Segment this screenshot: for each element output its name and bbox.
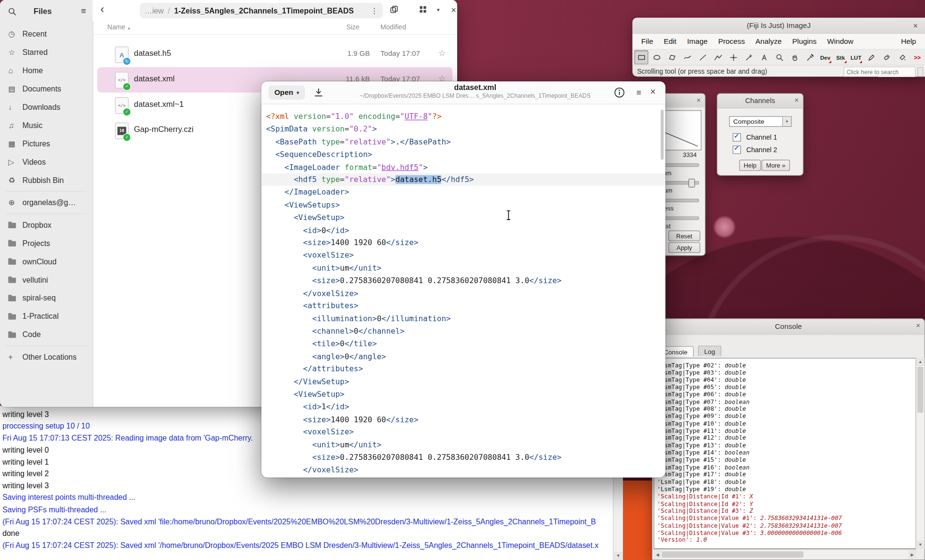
sidebar-item-dropbox[interactable]: Dropbox [0,216,92,234]
wand-tool[interactable] [741,50,755,64]
close-icon[interactable]: × [916,319,921,332]
column-name[interactable]: Name▴ [107,24,130,31]
tab-log[interactable]: Log [698,346,721,356]
sidebar-item-other-locations[interactable]: +Other Locations [0,348,92,366]
code-area[interactable]: <?xml version="1.0" encoding="UTF-8"?><S… [261,104,665,478]
menu-help[interactable]: Help [896,34,922,49]
hamburger-menu-icon[interactable]: ≡ [81,6,86,16]
color-picker-tool[interactable] [803,50,817,64]
channels-titlebar[interactable]: Channels × [717,94,803,109]
channel-1-row[interactable]: ✓ Channel 1 [733,133,777,143]
console-horizontal-scrollbar[interactable]: ◀ ▶ [654,549,916,560]
sort-options-caret-icon[interactable]: ▾ [433,5,444,15]
file-row-dataset-h5[interactable]: A↻dataset.h51.9 GBToday 17:07☆ [97,42,452,67]
stk-menu-tool[interactable]: Stk [833,50,847,64]
line-tool[interactable] [696,50,710,64]
sidebar-item-recent[interactable]: ◷Recent [0,25,92,43]
close-icon[interactable]: × [650,86,655,98]
sidebar-item-home[interactable]: ⌂Home [0,61,92,79]
search-icon[interactable] [8,7,17,17]
editor-scrollbar-thumb[interactable] [661,110,663,160]
back-button[interactable]: ‹ [100,2,104,16]
editor-headerbar[interactable]: Open ▾ dataset.xml ~/Dropbox/Events/2025… [261,81,665,104]
console-vertical-scrollbar[interactable]: ▲ ▼ [915,358,924,549]
sidebar-item-rubbish-bin[interactable]: ♻Rubbish Bin [0,171,92,189]
sidebar-item-1-practical[interactable]: 1-Practical [0,307,92,326]
background-orange-window[interactable] [623,481,652,560]
close-window-icon[interactable]: × [449,5,457,15]
more-button[interactable]: More » [762,160,790,171]
pencil-tool[interactable] [864,50,878,64]
sidebar-item-music[interactable]: ♫Music [0,116,92,134]
point-tool[interactable] [726,50,740,64]
rectangle-tool[interactable] [634,50,648,64]
channel-2-checkbox[interactable]: ✓ [733,145,741,154]
menu-edit[interactable]: Edit [659,34,682,49]
sidebar-item-spiral-seq[interactable]: spiral-seq [0,289,92,307]
breadcrumb[interactable]: …iew / 1-Zeiss_5Angles_2Channels_1Timepo… [140,3,383,18]
files-headerbar[interactable]: ‹ …iew / 1-Zeiss_5Angles_2Channels_1Time… [92,0,457,21]
console-titlebar[interactable]: Console × [652,319,924,335]
more-tools[interactable]: >> [910,50,924,64]
flood-fill-tool[interactable] [895,50,909,64]
column-size[interactable]: Size [346,24,359,31]
apply-button[interactable]: Apply [668,242,700,253]
scrollbar-thumb[interactable] [662,551,804,558]
imagej-titlebar[interactable]: (Fiji Is Just) ImageJ × [633,18,925,34]
menu-window[interactable]: Window [822,34,859,49]
menu-file[interactable]: File [636,34,659,49]
sidebar-header[interactable]: Files ≡ [0,0,92,25]
reset-button[interactable]: Reset [668,231,700,241]
polygon-tool[interactable] [665,50,679,64]
copy-icon[interactable] [389,5,400,15]
lut-menu-tool[interactable]: LUT [849,50,863,64]
slider-thumb[interactable] [688,179,695,187]
scroll-down-icon[interactable]: ▼ [613,552,623,560]
console-output[interactable]: 'LsmTag|Type #02': double'LsmTag|Type #0… [654,358,916,549]
menu-plugins[interactable]: Plugins [787,34,822,49]
scroll-up-icon[interactable]: ▲ [916,358,925,366]
paintbrush-tool[interactable] [880,50,894,64]
channel-1-checkbox[interactable]: ✓ [733,133,741,142]
path-menu-icon[interactable]: ⋮ [370,6,378,15]
sidebar-item-projects[interactable]: Projects [0,234,92,252]
resize-grip[interactable] [917,67,923,77]
close-icon[interactable]: × [697,94,701,107]
menu-image[interactable]: Image [682,34,713,49]
sidebar-item-downloads[interactable]: ↓Downloads [0,98,92,116]
menu-process[interactable]: Process [713,34,750,49]
oval-tool[interactable] [649,50,663,64]
breadcrumb-parent[interactable]: …iew [145,6,164,15]
close-icon[interactable]: × [794,94,799,107]
sidebar-item-vellutini[interactable]: vellutini [0,271,92,289]
menu-icon[interactable]: ≡ [633,87,645,98]
scroll-right-icon[interactable]: ▶ [909,550,916,559]
breadcrumb-current[interactable]: 1-Zeiss_5Angles_2Channels_1Timepoint_BEA… [174,6,368,15]
search-input[interactable] [844,66,915,77]
star-icon[interactable]: ☆ [438,48,446,58]
sidebar-item-organelas-g[interactable]: ⊕organelas@g… [0,194,92,212]
help-button[interactable]: Help [739,160,761,171]
freehand-tool[interactable] [680,50,694,64]
scroll-down-icon[interactable]: ▼ [916,541,925,549]
open-button[interactable]: Open ▾ [268,86,305,100]
sidebar-item-starred[interactable]: ☆Starred [0,43,92,61]
sidebar-item-code[interactable]: Code [0,326,92,344]
polyline-tool[interactable] [711,50,725,64]
hand-tool[interactable] [788,50,802,64]
dev-menu-tool[interactable]: Dev [818,50,832,64]
sidebar-item-owncloud[interactable]: ownCloud [0,252,92,271]
grid-view-icon[interactable] [418,5,429,15]
menu-analyze[interactable]: Analyze [750,34,787,49]
chevron-down-icon[interactable]: ▾ [782,117,791,126]
sidebar-item-pictures[interactable]: ▦Pictures [0,134,92,153]
sidebar-item-videos[interactable]: ▷Videos [0,153,92,171]
scroll-left-icon[interactable]: ◀ [654,550,661,559]
channel-2-row[interactable]: ✓ Channel 2 [733,145,777,155]
zoom-tool[interactable] [772,50,786,64]
column-modified[interactable]: Modified [381,24,406,31]
close-icon[interactable]: × [913,18,918,33]
save-icon[interactable] [313,87,324,98]
info-icon[interactable] [613,87,625,98]
display-mode-select[interactable]: Composite ▾ [729,116,792,127]
